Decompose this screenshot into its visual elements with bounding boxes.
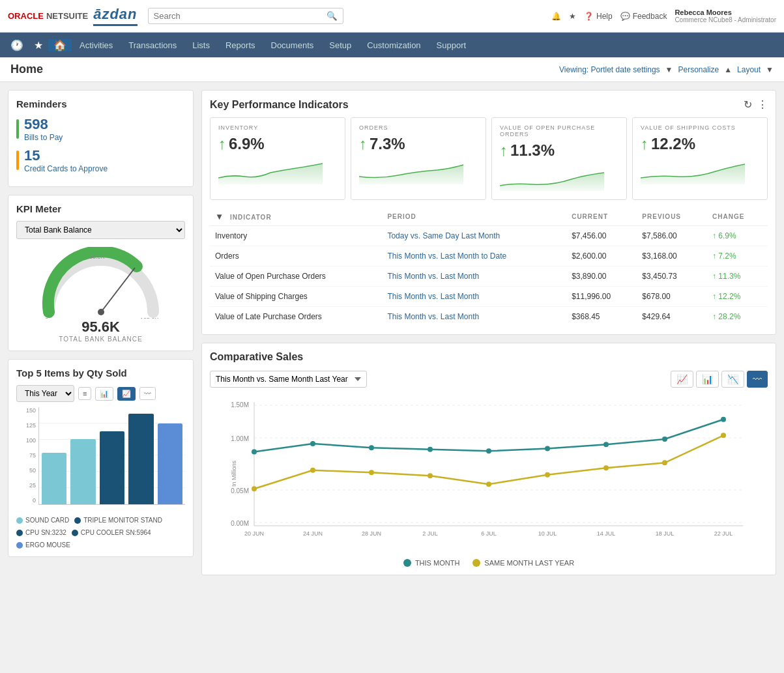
nav-favorites-icon[interactable]: ★: [29, 39, 48, 51]
cell-current-1: $2,600.00: [566, 246, 637, 266]
svg-text:0.05M: 0.05M: [231, 487, 249, 494]
favorites-button[interactable]: ★: [569, 12, 576, 21]
legend-label-this-month: THIS MONTH: [415, 559, 459, 567]
top5-period-select[interactable]: This Year: [16, 385, 74, 402]
user-name: Rebecca Moores: [675, 8, 776, 16]
kpi-cards: INVENTORY ↑ 6.9%: [210, 117, 768, 200]
chart-type-line[interactable]: 〰: [747, 371, 768, 388]
legend-cpu-cooler: CPU COOLER SN:5964: [72, 529, 151, 536]
legend-dot-triple-monitor: [74, 517, 81, 524]
svg-point-19: [428, 447, 433, 452]
cell-period-3[interactable]: This Month vs. Last Month: [382, 287, 566, 307]
bills-label[interactable]: Bills to Pay: [24, 133, 63, 142]
comp-sales-title: Comparative Sales: [210, 351, 303, 363]
cell-previous-3: $678.00: [637, 287, 707, 307]
personalize-link[interactable]: Personalize: [678, 65, 719, 74]
nav-lists[interactable]: Lists: [184, 33, 218, 57]
legend-sound-card: SOUND CARD: [16, 517, 69, 524]
netsuite-logo: NETSUITE: [46, 11, 88, 21]
viewing-portlet-link[interactable]: Viewing: Portlet date settings: [559, 65, 660, 74]
kpi-card-inventory: INVENTORY ↑ 6.9%: [210, 117, 345, 200]
kpi-refresh-button[interactable]: ↻: [744, 98, 752, 111]
page-header: Home Viewing: Portlet date settings ▼ Pe…: [0, 57, 784, 82]
th-previous: PREVIOUS: [637, 208, 707, 226]
kpi-card-open-pos: VALUE OF OPEN PURCHASE ORDERS ↑ 11.3%: [491, 117, 627, 200]
cell-previous-1: $3,168.00: [637, 246, 707, 266]
chart-type-area[interactable]: 📈: [671, 371, 693, 388]
table-row: Orders This Month vs. Last Month to Date…: [210, 246, 768, 266]
nav-home-icon[interactable]: 🏠: [48, 39, 72, 51]
kpi-arrow-orders: ↑: [359, 135, 367, 153]
cell-previous-4: $429.64: [637, 307, 707, 327]
svg-text:0: 0: [45, 317, 48, 319]
kpi-meter-select[interactable]: Total Bank Balance: [16, 221, 185, 239]
left-panel: Reminders 598 Bills to Pay 15 Credit Car…: [8, 90, 194, 575]
nav-documents[interactable]: Documents: [263, 33, 322, 57]
line-chart-container: 1.50M 1.00M 0.05M 0.00M In Millions: [210, 395, 768, 567]
chart-type-bar[interactable]: 📊: [696, 371, 719, 388]
svg-point-26: [310, 468, 315, 473]
svg-point-25: [252, 486, 257, 491]
legend-label-same-month-last-year: SAME MONTH LAST YEAR: [484, 559, 574, 567]
cell-period-0[interactable]: Today vs. Same Day Last Month: [382, 226, 566, 246]
th-period: PERIOD: [382, 208, 566, 226]
svg-text:14 JUL: 14 JUL: [597, 530, 616, 537]
chart-type-buttons: 📈 📊 📉 〰: [671, 371, 768, 388]
page-header-actions: Viewing: Portlet date settings ▼ Persona…: [559, 65, 774, 74]
cell-period-2[interactable]: This Month vs. Last Month: [382, 266, 566, 287]
svg-point-18: [369, 445, 374, 450]
kpi-card-orders-label: ORDERS: [359, 124, 478, 131]
feedback-button[interactable]: 💬 Feedback: [620, 12, 667, 21]
svg-text:28 JUN: 28 JUN: [362, 530, 381, 537]
chart-type-column[interactable]: 📉: [721, 371, 744, 388]
search-input[interactable]: [154, 11, 327, 21]
nav-setup[interactable]: Setup: [321, 33, 359, 57]
nav-reports[interactable]: Reports: [218, 33, 263, 57]
line-chart-legend: THIS MONTH SAME MONTH LAST YEAR: [210, 559, 768, 567]
th-change: CHANGE: [707, 208, 768, 226]
reminder-bar-green: [16, 119, 19, 139]
cell-period-4[interactable]: This Month vs. Last Month: [382, 307, 566, 327]
top-bar: ORACLE NETSUITE āzdan 🔍 🔔 ★ ❓ Help 💬 Fee…: [0, 0, 784, 33]
nav-support[interactable]: Support: [429, 33, 474, 57]
nav-customization[interactable]: Customization: [359, 33, 428, 57]
comp-sales-period-select[interactable]: This Month vs. Same Month Last Year This…: [210, 371, 367, 388]
kpi-card-shipping: VALUE OF SHIPPING COSTS ↑ 12.2%: [632, 117, 768, 200]
mini-chart-open-pos: [500, 165, 604, 191]
kpi-menu-button[interactable]: ⋮: [757, 98, 768, 111]
svg-point-24: [721, 417, 726, 422]
credit-cards-label[interactable]: Credit Cards to Approve: [24, 164, 108, 173]
kpi-card-shipping-value: ↑ 12.2%: [641, 135, 759, 153]
search-button[interactable]: 🔍: [327, 11, 338, 21]
collapse-button[interactable]: ▼: [215, 212, 224, 222]
chart-btn-bar[interactable]: 📈: [117, 387, 136, 401]
svg-point-21: [545, 446, 550, 451]
gauge-label: TOTAL BANK BALANCE: [59, 336, 142, 343]
chart-btn-line[interactable]: 〰: [139, 387, 156, 400]
nav-activities[interactable]: Activities: [72, 33, 121, 57]
th-current: CURRENT: [566, 208, 637, 226]
nav-bar: 🕐 ★ 🏠 Activities Transactions Lists Repo…: [0, 33, 784, 57]
legend-dot-cpu: [16, 530, 23, 536]
credit-cards-count[interactable]: 15: [24, 147, 108, 164]
cell-period-1[interactable]: This Month vs. Last Month to Date: [382, 246, 566, 266]
search-bar: 🔍: [148, 8, 343, 24]
help-button[interactable]: ❓ Help: [584, 12, 613, 21]
notification-button[interactable]: 🔔: [551, 12, 561, 21]
reminder-bar-orange: [16, 150, 19, 170]
svg-point-32: [662, 460, 667, 465]
nav-transactions[interactable]: Transactions: [121, 33, 184, 57]
kpi-arrow-shipping: ↑: [641, 135, 648, 153]
svg-text:22 JUL: 22 JUL: [714, 530, 733, 537]
nav-history-icon[interactable]: 🕐: [5, 39, 29, 51]
legend-same-month-last-year: SAME MONTH LAST YEAR: [472, 559, 574, 567]
table-row: Value of Shipping Charges This Month vs.…: [210, 287, 768, 307]
layout-link[interactable]: Layout: [737, 65, 761, 74]
y-label-100: 100: [26, 437, 36, 444]
chart-btn-bar2[interactable]: 📊: [95, 387, 113, 401]
chart-btn-table[interactable]: ≡: [78, 387, 91, 400]
svg-text:90.0K: 90.0K: [89, 253, 105, 260]
svg-point-31: [603, 465, 609, 470]
svg-text:1.00M: 1.00M: [231, 435, 249, 442]
bills-count[interactable]: 598: [24, 116, 63, 133]
